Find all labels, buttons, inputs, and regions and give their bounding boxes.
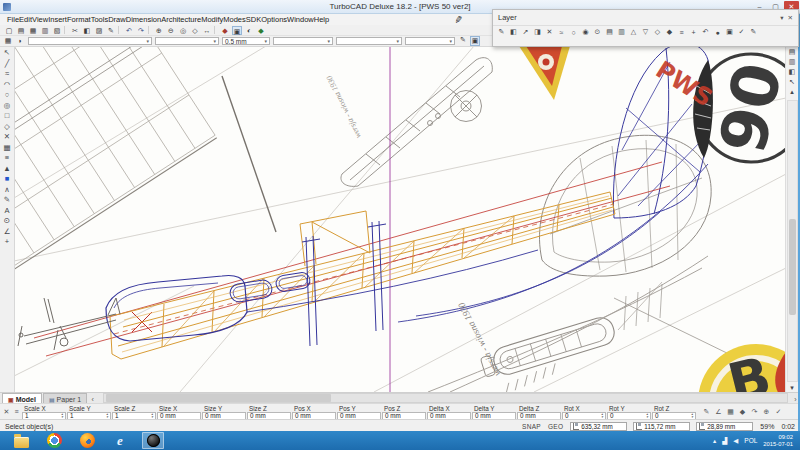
spinner-icons[interactable]: ▴▾ [106,413,108,419]
menu-item[interactable]: Help [314,15,329,24]
chevron-down-icon[interactable]: ▾ [327,38,330,44]
menu-item[interactable]: Dimension [126,15,161,24]
inspector-menu-icon[interactable]: ≡ [12,408,21,416]
menu-lines-icon[interactable]: ≡ [676,29,687,36]
text-tool-icon[interactable]: A [4,207,9,215]
coord-y-field[interactable]: 115,72 mm [633,422,690,431]
point-tool-icon[interactable]: ⊙ [4,217,10,225]
table-icon[interactable]: ▥ [616,28,627,36]
menu-item[interactable]: File [7,15,19,24]
explorer-icon[interactable] [10,432,32,449]
separator[interactable] [148,26,152,34]
scroll-down-icon[interactable]: ▾ [790,384,794,392]
line-tool-icon[interactable]: ╱ [5,60,10,68]
pen-width-combo[interactable]: 0.5 mm ▾ [222,37,270,45]
rectangle-tool-icon[interactable]: □ [5,112,10,120]
menu-item[interactable]: Format [67,15,91,24]
chevron-down-icon[interactable]: ▾ [264,38,267,44]
snap-tool-icon[interactable]: + [5,238,9,246]
menu-item[interactable]: Insert [48,15,67,24]
horizontal-scroll-thumb[interactable] [106,394,331,402]
solid-tool-icon[interactable]: ▲ [3,165,10,173]
spinner-icons[interactable]: ▴▾ [601,413,603,419]
undo-icon[interactable]: ↶ [124,26,134,35]
angle-tool-icon[interactable]: ∧ [4,186,10,194]
menu-item[interactable]: Modify [201,15,223,24]
hatch-combo[interactable]: ▾ [405,37,455,45]
spinner-icons[interactable]: ▴▾ [61,413,63,419]
spinner-icons[interactable]: ▴▾ [646,413,648,419]
clock[interactable]: 09:02 2015-07-01 [763,434,794,447]
redo-icon[interactable]: ↷ [136,26,146,35]
palette-3-icon[interactable]: ◧ [789,68,796,76]
pen-tool-icon[interactable]: ✎ [458,36,468,46]
down-icon[interactable]: ▽ [640,28,651,36]
scroll-up-icon[interactable]: ▴ [790,88,794,96]
duplicate-layer-icon[interactable]: ◧ [508,28,519,36]
point-icon[interactable]: ⊙ [592,28,603,36]
check-icon[interactable]: ✓ [736,28,747,36]
wave-icon[interactable]: ≈ [556,29,567,36]
menu-item[interactable]: Architecture [161,15,201,24]
annotate-icon[interactable]: ✎ [748,28,759,36]
vertical-scroll-thumb[interactable] [789,219,796,315]
chrome-icon[interactable] [43,432,65,449]
menu-item[interactable]: Window [287,15,314,24]
layer-menu-button[interactable]: ▾ [780,14,783,22]
separator[interactable] [64,26,68,34]
box-icon[interactable]: ▣ [724,28,735,36]
grid-icon[interactable]: ▦ [726,408,735,416]
snap-toggle[interactable]: SNAP [522,423,541,430]
chevron-down-icon[interactable]: ▾ [396,38,399,44]
volume-icon[interactable]: ◀ [733,437,738,445]
network-icon[interactable]: ▟ [722,437,727,445]
menu-item[interactable]: Modes [223,15,246,24]
pan-icon[interactable]: ↔ [202,26,212,35]
line-style-combo[interactable]: ▾ [273,37,333,45]
arc-tool-icon[interactable]: ◠ [4,81,11,89]
angle-icon[interactable]: ∠ [714,408,723,416]
solid-diamond-icon[interactable]: ◆ [664,28,675,36]
redo-icon[interactable]: ↷ [750,408,759,416]
circle-icon[interactable]: ○ [568,29,579,36]
circle-tool-icon[interactable]: ○ [5,91,10,99]
undo-layer-icon[interactable]: ↶ [700,28,711,36]
cut-icon[interactable]: ✂ [70,26,80,35]
move-layer-icon[interactable]: ↗ [520,28,531,36]
menu-item[interactable]: Options [261,15,287,24]
drawing-canvas[interactable]: 90 PWS [14,46,786,392]
pen-pattern-combo[interactable]: ▾ [336,37,402,45]
active-style-icon[interactable]: ▣ [470,36,480,46]
polygon-tool-icon[interactable]: ◇ [4,123,10,131]
layer-panel-titlebar[interactable]: Layer ▾ ✕ [493,10,798,26]
palette-1-icon[interactable]: ▤ [789,48,796,56]
target-icon[interactable]: ◉ [580,28,591,36]
diamond-icon[interactable]: ◆ [738,408,747,416]
workspace-icon[interactable]: ◆ [220,26,230,35]
save-icon[interactable]: ▦ [28,26,38,35]
delete-layer-icon[interactable]: ✕ [544,28,555,36]
select-tool-icon[interactable]: ↖ [4,49,10,57]
spinner-icons[interactable]: ▴▾ [691,413,693,419]
add-layer-icon[interactable]: + [688,29,699,36]
separator[interactable] [118,26,122,34]
zoom-window-icon[interactable]: ◎ [178,26,188,35]
brush-style-icon[interactable]: ◗ [15,37,25,45]
edit-icon[interactable]: ✎ [702,408,711,416]
property-grid-icon[interactable]: ▦ [3,37,13,45]
separator[interactable] [214,26,218,34]
selector-icon[interactable]: ↖ [789,78,795,86]
zoom-extents-icon[interactable]: ◇ [190,26,200,35]
check-icon[interactable]: ✓ [774,408,783,416]
selector-mode-icon[interactable]: ▣ [232,26,242,35]
pattern-tool-icon[interactable]: ≡ [5,154,9,162]
workplane-tool-icon[interactable]: ■ [5,175,10,183]
format-brush-icon[interactable]: ✎ [106,26,116,35]
chevron-down-icon[interactable]: ▾ [146,38,149,44]
edit-layer-icon[interactable]: ✎ [496,28,507,36]
zoom-in-icon[interactable]: ⊕ [154,26,164,35]
dot-icon[interactable]: ● [712,29,723,36]
menu-item[interactable]: Edit [19,15,32,24]
language-indicator[interactable]: POL [744,437,757,444]
new-icon[interactable]: ▢ [4,26,14,35]
